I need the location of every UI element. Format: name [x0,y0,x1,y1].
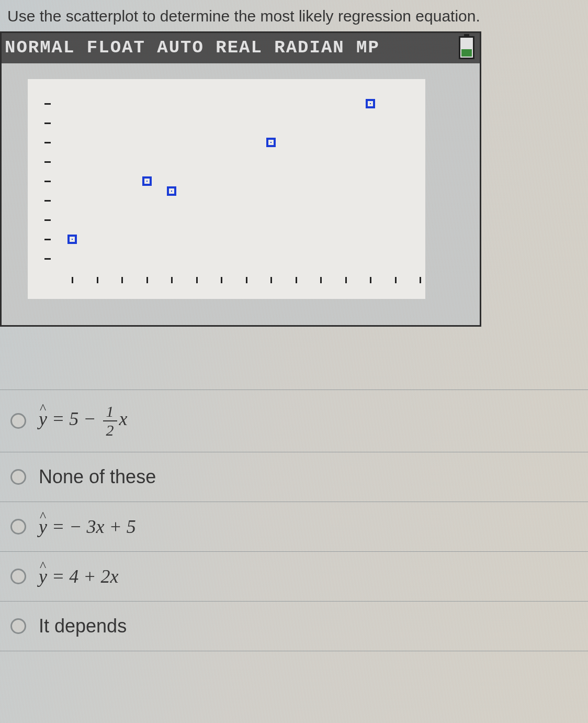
y-tick [44,103,51,105]
x-tick [121,277,123,283]
x-tick [420,277,421,283]
scatterplot [28,79,425,299]
x-tick [97,277,98,283]
x-tick [72,277,73,283]
data-point [266,138,276,147]
radio-icon [10,413,26,429]
calculator-screenshot: NORMAL FLOAT AUTO REAL RADIAN MP [0,31,481,327]
x-tick [196,277,198,283]
y-tick [44,161,51,163]
option-5-label: It depends [39,615,127,637]
x-tick [370,277,371,283]
option-3[interactable]: y = − 3x + 5 [0,502,588,551]
option-2[interactable]: None of these [0,452,588,502]
y-tick [44,258,51,260]
option-1[interactable]: y = 5 − 12x [0,390,588,452]
question-text: Use the scatterplot to determine the mos… [0,0,588,31]
option-4-label: y = 4 + 2x [39,565,119,587]
y-tick [44,200,51,202]
x-tick [246,277,247,283]
plot-container [2,63,480,325]
calculator-header: NORMAL FLOAT AUTO REAL RADIAN MP [2,33,480,63]
calculator-mode-text: NORMAL FLOAT AUTO REAL RADIAN MP [5,38,380,58]
y-tick [44,239,51,240]
option-4[interactable]: y = 4 + 2x [0,551,588,601]
x-tick [345,277,347,283]
y-tick [44,181,51,182]
answer-options: y = 5 − 12x None of these y = − 3x + 5 y… [0,390,588,651]
option-2-label: None of these [39,466,156,488]
x-tick [320,277,322,283]
option-5[interactable]: It depends [0,601,588,651]
x-tick [146,277,148,283]
radio-icon [10,519,26,535]
y-tick [44,219,51,221]
x-tick [171,277,173,283]
option-3-label: y = − 3x + 5 [39,516,136,538]
battery-icon [459,36,474,59]
data-point [142,176,152,186]
y-tick [44,123,51,124]
data-point [167,186,176,196]
data-point [366,99,375,108]
y-tick [44,142,51,143]
radio-icon [10,469,26,485]
option-1-label: y = 5 − 12x [39,404,128,438]
data-point [67,235,77,244]
x-tick [296,277,297,283]
x-tick [221,277,222,283]
radio-icon [10,569,26,584]
x-tick [395,277,397,283]
x-tick [270,277,272,283]
radio-icon [10,618,26,634]
